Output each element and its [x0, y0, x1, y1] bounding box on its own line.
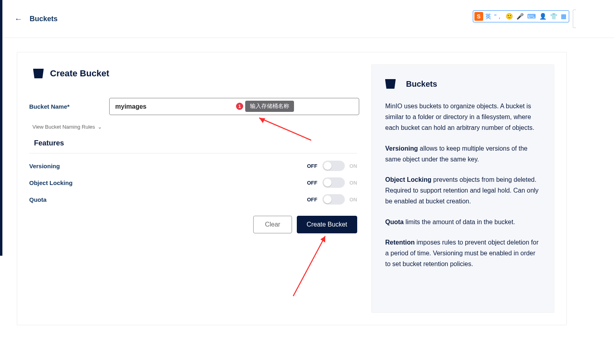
- ime-mic-icon[interactable]: 🎤: [516, 13, 524, 20]
- bucket-name-input-wrap: 1 输入存储桶名称: [109, 98, 359, 115]
- svg-line-0: [259, 118, 311, 140]
- ime-punct-icon[interactable]: "，: [494, 13, 502, 20]
- help-intro: MinIO uses buckets to organize objects. …: [385, 101, 540, 133]
- help-versioning-term: Versioning: [385, 145, 418, 152]
- help-retention: Retention imposes rules to prevent objec…: [385, 237, 540, 270]
- create-bucket-panel: Create Bucket Bucket Name* 1 输入存储桶名称 Vie…: [17, 52, 371, 325]
- object-locking-switch[interactable]: [322, 177, 345, 188]
- back-arrow-icon: ←: [14, 15, 22, 23]
- features-heading: Features: [34, 139, 359, 153]
- bucket-name-label: Bucket Name*: [29, 103, 100, 110]
- help-quota-term: Quota: [385, 219, 404, 225]
- off-label: OFF: [307, 197, 318, 203]
- ime-logo-icon: S: [474, 12, 483, 21]
- help-retention-term: Retention: [385, 239, 415, 246]
- quota-toggle-group: OFF ON: [307, 194, 358, 205]
- ime-toolbar: S 英 "， 🙂 🎤 ⌨ 👤 👕 ▦: [473, 10, 569, 22]
- off-label: OFF: [307, 163, 318, 169]
- feature-row-object-locking: Object Locking OFF ON: [29, 174, 357, 191]
- quota-switch[interactable]: [322, 194, 345, 205]
- feature-row-quota: Quota OFF ON: [29, 191, 357, 208]
- view-naming-rules-link[interactable]: View Bucket Naming Rules ⌄: [32, 124, 102, 130]
- clear-button[interactable]: Clear: [253, 216, 292, 233]
- create-bucket-button[interactable]: Create Bucket: [297, 216, 357, 233]
- svg-marker-3: [320, 236, 325, 243]
- action-buttons: Clear Create Bucket: [29, 216, 357, 233]
- ime-emoji-icon[interactable]: 🙂: [506, 13, 513, 20]
- ime-keyboard-icon[interactable]: ⌨: [527, 13, 536, 20]
- object-locking-label: Object Locking: [29, 179, 72, 186]
- features-divider: [29, 153, 357, 153]
- versioning-toggle-group: OFF ON: [307, 161, 358, 171]
- versioning-label: Versioning: [29, 163, 60, 169]
- svg-line-2: [293, 236, 325, 296]
- on-label: ON: [350, 163, 358, 169]
- on-label: ON: [350, 180, 358, 186]
- panel-title: Create Bucket: [50, 68, 109, 79]
- feature-row-versioning: Versioning OFF ON: [29, 157, 357, 174]
- help-quota: Quota limits the amount of data in the b…: [385, 217, 540, 227]
- off-label: OFF: [307, 180, 318, 186]
- on-label: ON: [350, 197, 358, 203]
- back-label: Buckets: [30, 15, 58, 23]
- annotation-arrow-2: [281, 228, 333, 300]
- svg-marker-1: [259, 118, 265, 123]
- ime-apps-icon[interactable]: ▦: [561, 13, 566, 20]
- bucket-name-input[interactable]: [109, 98, 359, 115]
- help-versioning: Versioning allows to keep multiple versi…: [385, 143, 540, 165]
- help-ol-term: Object Locking: [385, 176, 432, 183]
- help-title: Buckets: [406, 80, 437, 89]
- ime-skin-icon[interactable]: 👕: [550, 13, 558, 20]
- bucket-icon: [33, 69, 44, 78]
- annotation-hint-1: 输入存储桶名称: [245, 101, 294, 112]
- ime-user-icon[interactable]: 👤: [539, 13, 547, 20]
- chevron-down-icon: ⌄: [98, 124, 102, 130]
- back-to-buckets-link[interactable]: ← Buckets: [14, 15, 58, 23]
- help-header: Buckets: [385, 79, 540, 89]
- panel-header: Create Bucket: [33, 68, 359, 79]
- quota-label: Quota: [29, 196, 46, 203]
- versioning-switch[interactable]: [322, 161, 345, 171]
- help-panel: Buckets MinIO uses buckets to organize o…: [371, 64, 554, 313]
- object-locking-toggle-group: OFF ON: [307, 177, 358, 188]
- annotation-badge-1: 1: [236, 103, 243, 110]
- sidebar-strip: [0, 0, 2, 256]
- content-area: Create Bucket Bucket Name* 1 输入存储桶名称 Vie…: [17, 52, 567, 325]
- bucket-icon: [385, 79, 396, 89]
- bucket-name-row: Bucket Name* 1 输入存储桶名称: [29, 98, 359, 115]
- help-object-locking: Object Locking prevents objects from bei…: [385, 174, 540, 207]
- naming-rules-text: View Bucket Naming Rules: [32, 124, 95, 130]
- help-quota-text: limits the amount of data in the bucket.: [404, 219, 515, 225]
- ime-mode[interactable]: 英: [485, 13, 491, 20]
- right-edge-tab[interactable]: [573, 10, 576, 28]
